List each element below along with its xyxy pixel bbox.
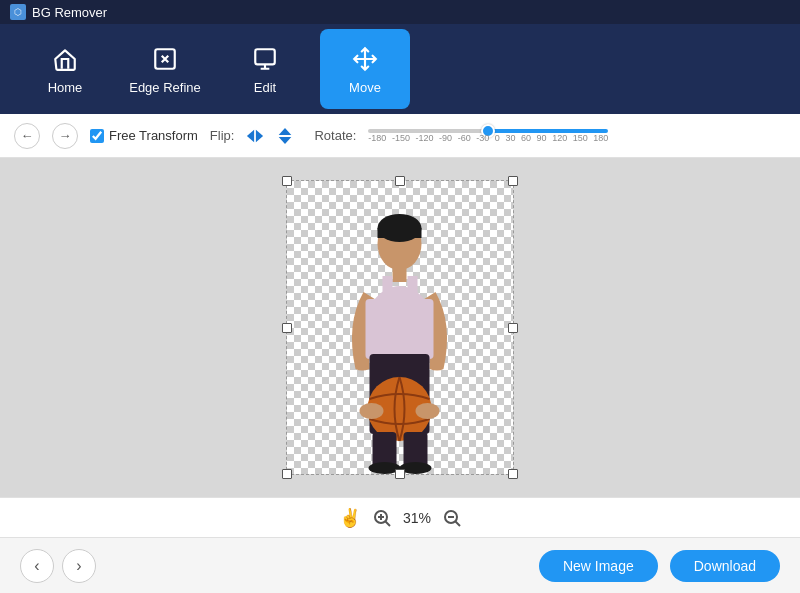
handle-left-mid[interactable] bbox=[282, 323, 292, 333]
home-icon bbox=[50, 44, 80, 74]
svg-marker-3 bbox=[256, 129, 263, 142]
zoom-out-icon[interactable] bbox=[443, 509, 461, 527]
edge-refine-icon bbox=[150, 44, 180, 74]
download-button[interactable]: Download bbox=[670, 550, 780, 582]
title-bar: ⬡ BG Remover bbox=[0, 0, 800, 24]
handle-top-mid[interactable] bbox=[395, 176, 405, 186]
nav-edge-refine-label: Edge Refine bbox=[129, 80, 201, 95]
svg-rect-8 bbox=[378, 228, 422, 238]
handle-bottom-mid[interactable] bbox=[395, 469, 405, 479]
svg-line-23 bbox=[385, 521, 390, 526]
zoom-in-icon[interactable] bbox=[373, 509, 391, 527]
nav-move[interactable]: Move bbox=[320, 29, 410, 109]
svg-rect-9 bbox=[393, 266, 407, 282]
nav-home[interactable]: Home bbox=[20, 29, 110, 109]
person-image bbox=[318, 214, 483, 474]
svg-marker-5 bbox=[279, 136, 292, 143]
handle-top-left[interactable] bbox=[282, 176, 292, 186]
nav-edge-refine[interactable]: Edge Refine bbox=[120, 29, 210, 109]
svg-rect-13 bbox=[366, 299, 434, 359]
svg-marker-4 bbox=[279, 127, 292, 134]
svg-point-16 bbox=[360, 403, 384, 419]
canvas-area bbox=[0, 158, 800, 497]
nav-arrows: ‹ › bbox=[20, 549, 96, 583]
nav-home-label: Home bbox=[48, 80, 83, 95]
rotate-numbers: -180 -150 -120 -90 -60 -30 0 30 60 90 12… bbox=[368, 133, 608, 143]
image-container[interactable] bbox=[286, 180, 514, 475]
redo-button[interactable]: → bbox=[52, 123, 78, 149]
svg-rect-1 bbox=[255, 49, 275, 64]
flip-label: Flip: bbox=[210, 128, 235, 143]
free-transform-checkbox[interactable] bbox=[90, 129, 104, 143]
nav-edit[interactable]: Edit bbox=[220, 29, 310, 109]
prev-button[interactable]: ‹ bbox=[20, 549, 54, 583]
free-transform-label: Free Transform bbox=[109, 128, 198, 143]
flip-vertical-button[interactable] bbox=[276, 127, 294, 145]
nav-move-label: Move bbox=[349, 80, 381, 95]
hand-tool-icon[interactable]: ✌ bbox=[339, 507, 361, 529]
top-nav: Home Edge Refine Edit Move bbox=[0, 24, 800, 114]
undo-button[interactable]: ← bbox=[14, 123, 40, 149]
flip-horizontal-button[interactable] bbox=[246, 127, 264, 145]
new-image-button[interactable]: New Image bbox=[539, 550, 658, 582]
handle-top-right[interactable] bbox=[508, 176, 518, 186]
toolbar: ← → Free Transform Flip: Rotate: -180 -1… bbox=[0, 114, 800, 158]
free-transform-wrap: Free Transform bbox=[90, 128, 198, 143]
edit-icon bbox=[250, 44, 280, 74]
status-bar: ✌ 31% bbox=[0, 497, 800, 537]
action-bar: ‹ › New Image Download bbox=[0, 537, 800, 593]
rotate-label: Rotate: bbox=[314, 128, 356, 143]
handle-right-mid[interactable] bbox=[508, 323, 518, 333]
app-title: BG Remover bbox=[32, 5, 107, 20]
next-button[interactable]: › bbox=[62, 549, 96, 583]
handle-bottom-left[interactable] bbox=[282, 469, 292, 479]
nav-edit-label: Edit bbox=[254, 80, 276, 95]
svg-line-27 bbox=[456, 521, 461, 526]
handle-bottom-right[interactable] bbox=[508, 469, 518, 479]
zoom-percent: 31% bbox=[403, 510, 431, 526]
move-icon bbox=[350, 44, 380, 74]
svg-point-17 bbox=[416, 403, 440, 419]
app-icon: ⬡ bbox=[10, 4, 26, 20]
svg-marker-2 bbox=[247, 129, 254, 142]
action-buttons: New Image Download bbox=[539, 550, 780, 582]
rotate-container: -180 -150 -120 -90 -60 -30 0 30 60 90 12… bbox=[368, 129, 608, 143]
main-content: ← → Free Transform Flip: Rotate: -180 -1… bbox=[0, 114, 800, 593]
